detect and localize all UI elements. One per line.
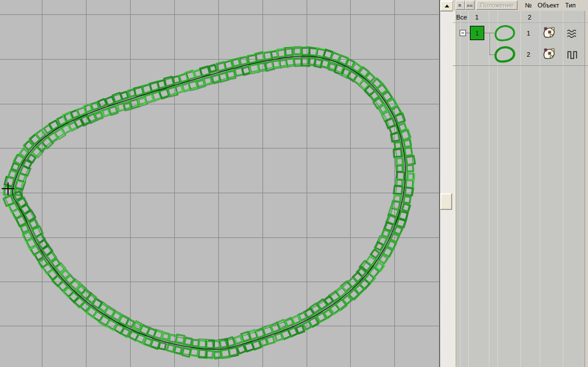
column-line — [497, 11, 498, 367]
column-line — [468, 11, 469, 367]
object-list[interactable]: Все 1 2 1 1 — [453, 11, 588, 367]
design-canvas[interactable] — [0, 0, 439, 367]
object-list-panel: « »« Положение № Объект Тип Все — [453, 0, 588, 367]
color-block-label: 1 — [475, 30, 479, 37]
color-block[interactable]: 1 — [470, 26, 484, 40]
embroidery-editor-window: « »« Положение № Объект Тип Все — [0, 0, 588, 367]
scrollbar-thumb[interactable] — [440, 193, 452, 210]
column-header-type: Тип — [565, 2, 575, 9]
column-header-number: № — [525, 2, 532, 9]
scroll-up-button[interactable] — [440, 1, 453, 11]
chevron-up-icon: « — [457, 3, 464, 7]
column-header-object: Объект — [538, 2, 559, 9]
motif-square-wave-stitch-icon[interactable] — [566, 49, 579, 60]
row-number: 2 — [527, 51, 530, 58]
tree-expander[interactable] — [460, 30, 466, 36]
tree-connector — [489, 33, 490, 54]
shape-thumbnail-icon[interactable] — [494, 46, 516, 63]
position-button[interactable]: Положение — [476, 1, 518, 10]
curve-object-icon[interactable] — [542, 48, 556, 61]
row-header-strip — [453, 11, 456, 367]
curve-object-icon[interactable] — [542, 27, 556, 40]
row-number: 1 — [527, 30, 530, 37]
collapse-pair-icon: »« — [467, 2, 473, 9]
wave-fill-stitch-icon[interactable] — [566, 28, 579, 39]
tree-connector — [466, 33, 470, 33]
summary-objects-count: 2 — [528, 14, 531, 21]
summary-groups-count: 1 — [475, 14, 479, 21]
column-line — [563, 11, 563, 367]
arrow-up-icon — [445, 5, 449, 7]
shape-thumbnail-icon[interactable] — [494, 25, 516, 42]
minus-icon — [461, 33, 464, 33]
column-line — [460, 11, 461, 367]
rows-bottom-separator — [453, 65, 588, 66]
column-line — [489, 11, 489, 367]
panel-right-edge — [585, 11, 588, 367]
summary-all-label: Все — [456, 14, 467, 21]
vertical-scrollbar[interactable] — [439, 0, 453, 367]
summary-separator — [453, 22, 588, 23]
collapse-columns-button[interactable]: »« — [465, 1, 475, 10]
column-line — [520, 11, 521, 367]
column-line — [540, 11, 540, 367]
panel-toolbar: « »« Положение № Объект Тип — [453, 0, 588, 11]
collapse-up-button[interactable]: « — [456, 1, 465, 10]
position-button-label: Положение — [480, 2, 513, 9]
